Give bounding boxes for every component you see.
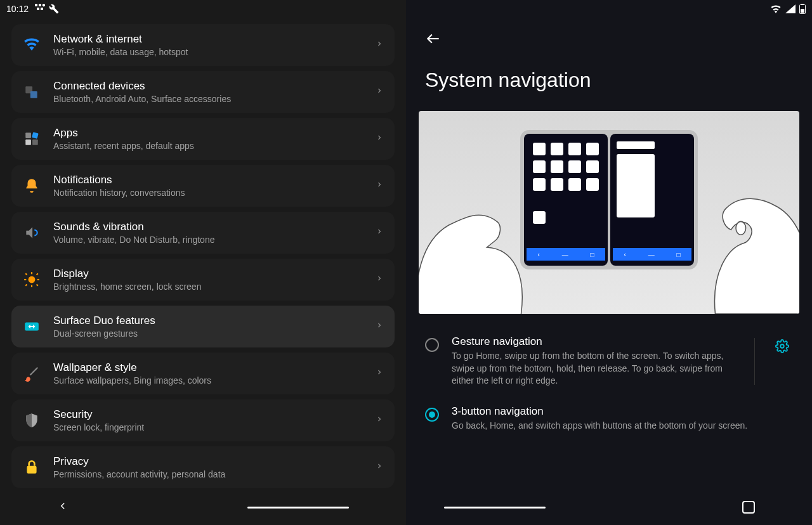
svg-rect-6 bbox=[30, 91, 37, 98]
chevron-right-icon bbox=[376, 273, 383, 287]
status-time: 10:12 bbox=[6, 4, 29, 14]
sun-icon bbox=[23, 271, 41, 288]
svg-line-18 bbox=[37, 273, 38, 275]
chevron-right-icon bbox=[376, 226, 383, 240]
item-title: Wallpaper & style bbox=[53, 361, 363, 374]
chevron-right-icon bbox=[376, 413, 383, 428]
nav-option-gesture-navigation[interactable]: Gesture navigation To go Home, swipe up … bbox=[425, 327, 793, 396]
settings-item-network-internet[interactable]: Network & internet Wi-Fi, mobile, data u… bbox=[11, 24, 395, 66]
settings-item-apps[interactable]: Apps Assistant, recent apps, default app… bbox=[11, 118, 395, 160]
svg-rect-10 bbox=[32, 139, 38, 145]
navigation-illustration: ‹—□ ‹—□ bbox=[419, 111, 799, 314]
svg-rect-7 bbox=[25, 133, 31, 138]
apps-icon bbox=[23, 130, 41, 148]
item-subtitle: Bluetooth, Android Auto, Surface accesso… bbox=[53, 94, 363, 104]
system-nav-bar-right bbox=[406, 495, 812, 520]
shield-icon bbox=[23, 412, 41, 429]
svg-rect-1 bbox=[39, 4, 41, 6]
recent-apps-icon[interactable] bbox=[742, 501, 755, 514]
settings-item-privacy[interactable]: Privacy Permissions, account activity, p… bbox=[11, 446, 395, 488]
settings-item-wallpaper-style[interactable]: Wallpaper & style Surface wallpapers, Bi… bbox=[11, 353, 395, 394]
item-subtitle: Assistant, recent apps, default apps bbox=[53, 141, 363, 151]
item-subtitle: Screen lock, fingerprint bbox=[53, 422, 363, 432]
settings-item-display[interactable]: Display Brightness, home screen, lock sc… bbox=[11, 259, 395, 301]
brush-icon bbox=[23, 365, 41, 382]
lock-icon bbox=[23, 458, 41, 476]
option-settings-gear[interactable] bbox=[771, 335, 793, 360]
item-title: Sounds & vibration bbox=[53, 221, 363, 233]
settings-item-notifications[interactable]: Notifications Notification history, conv… bbox=[11, 165, 395, 207]
nav-option--button-navigation[interactable]: 3-button navigation Go back, Home, and s… bbox=[425, 396, 793, 441]
back-nav-icon[interactable] bbox=[57, 500, 69, 514]
item-title: Notifications bbox=[53, 174, 363, 186]
svg-rect-8 bbox=[32, 132, 39, 139]
status-bar-left: 10:12 bbox=[0, 0, 406, 18]
grid-status-icon bbox=[35, 4, 45, 14]
item-title: Connected devices bbox=[53, 80, 363, 93]
svg-rect-23 bbox=[801, 4, 804, 5]
chevron-right-icon bbox=[376, 179, 383, 193]
settings-list[interactable]: Network & internet Wi-Fi, mobile, data u… bbox=[0, 18, 406, 525]
svg-rect-9 bbox=[25, 139, 31, 145]
sound-icon bbox=[23, 224, 41, 242]
item-subtitle: Notification history, conversations bbox=[53, 188, 363, 198]
signal-icon bbox=[785, 4, 796, 13]
item-title: Surface Duo features bbox=[53, 314, 363, 327]
status-bar-right bbox=[406, 0, 812, 18]
item-subtitle: Volume, vibrate, Do Not Disturb, rington… bbox=[53, 235, 363, 245]
settings-left-pane: 10:12 Network & internet Wi-Fi, mobile, … bbox=[0, 0, 406, 525]
svg-rect-24 bbox=[801, 9, 804, 13]
home-gesture-bar-right[interactable] bbox=[444, 507, 546, 509]
home-gesture-bar[interactable] bbox=[247, 507, 349, 509]
chevron-right-icon bbox=[376, 132, 383, 146]
chevron-right-icon bbox=[376, 460, 383, 475]
item-subtitle: Wi-Fi, mobile, data usage, hotspot bbox=[53, 47, 363, 57]
item-subtitle: Surface wallpapers, Bing images, colors bbox=[53, 375, 363, 386]
item-title: Network & internet bbox=[53, 33, 363, 46]
wifi-icon bbox=[770, 4, 782, 13]
svg-point-26 bbox=[736, 221, 746, 235]
chevron-right-icon bbox=[376, 85, 383, 100]
chevron-right-icon bbox=[376, 366, 383, 381]
battery-icon bbox=[799, 4, 806, 14]
svg-line-16 bbox=[25, 273, 27, 275]
svg-line-19 bbox=[25, 285, 27, 286]
navigation-options: Gesture navigation To go Home, swipe up … bbox=[406, 314, 812, 453]
option-title: 3-button navigation bbox=[452, 405, 793, 418]
svg-rect-21 bbox=[27, 466, 36, 474]
item-subtitle: Brightness, home screen, lock screen bbox=[53, 282, 363, 292]
radio-button[interactable] bbox=[425, 408, 439, 422]
svg-rect-3 bbox=[37, 8, 39, 10]
svg-rect-0 bbox=[35, 4, 37, 6]
system-nav-bar-left bbox=[0, 495, 406, 520]
settings-item-sounds-vibration[interactable]: Sounds & vibration Volume, vibrate, Do N… bbox=[11, 212, 395, 254]
svg-rect-4 bbox=[41, 8, 43, 10]
settings-item-security[interactable]: Security Screen lock, fingerprint bbox=[11, 399, 395, 441]
option-description: To go Home, swipe up from the bottom of … bbox=[452, 350, 738, 387]
item-title: Security bbox=[53, 408, 363, 421]
radio-button[interactable] bbox=[425, 338, 439, 352]
settings-item-connected-devices[interactable]: Connected devices Bluetooth, Android Aut… bbox=[11, 71, 395, 113]
page-title: System navigation bbox=[406, 56, 812, 111]
svg-rect-2 bbox=[42, 4, 45, 7]
wifi-icon bbox=[23, 36, 41, 54]
settings-item-surface-duo-features[interactable]: Surface Duo features Dual-screen gesture… bbox=[11, 306, 395, 347]
option-description: Go back, Home, and switch apps with butt… bbox=[452, 420, 793, 432]
chevron-right-icon bbox=[376, 320, 383, 334]
item-title: Display bbox=[53, 268, 363, 280]
wrench-status-icon bbox=[49, 4, 59, 14]
option-title: Gesture navigation bbox=[452, 335, 738, 348]
svg-point-27 bbox=[780, 344, 784, 348]
svg-line-17 bbox=[37, 285, 38, 286]
devices-icon bbox=[23, 83, 41, 101]
back-button[interactable] bbox=[406, 18, 812, 56]
chevron-right-icon bbox=[376, 38, 383, 53]
item-subtitle: Dual-screen gestures bbox=[53, 328, 363, 339]
bell-icon bbox=[23, 177, 41, 195]
item-subtitle: Permissions, account activity, personal … bbox=[53, 469, 363, 479]
duo-icon bbox=[23, 318, 41, 335]
svg-point-11 bbox=[29, 276, 36, 283]
detail-right-pane: System navigation ‹—□ ‹—□ bbox=[406, 0, 812, 525]
item-title: Privacy bbox=[53, 455, 363, 468]
item-title: Apps bbox=[53, 127, 363, 139]
